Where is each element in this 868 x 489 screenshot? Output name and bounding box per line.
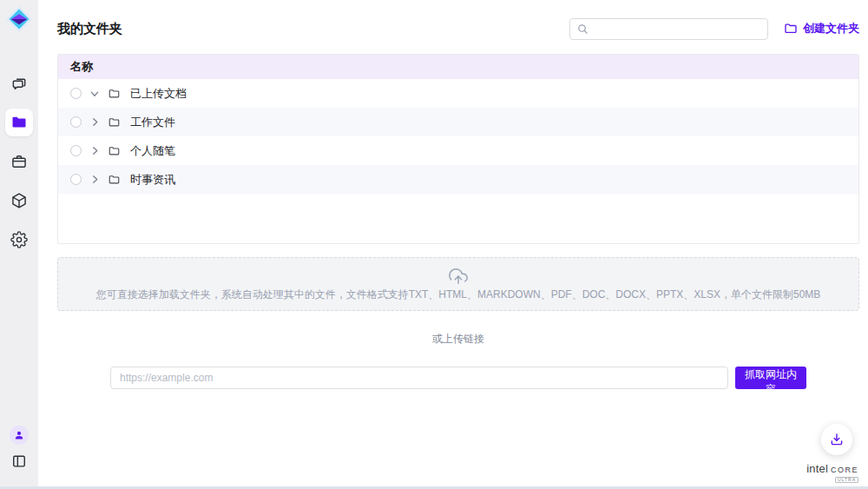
create-folder-label: 创建文件夹 xyxy=(803,21,859,36)
page-header: 我的文件夹 创建文件夹 xyxy=(57,17,859,40)
gear-icon xyxy=(10,231,28,248)
create-folder-button[interactable]: 创建文件夹 xyxy=(784,21,859,36)
sidebar-item-chat[interactable] xyxy=(5,69,33,97)
folder-name: 工作文件 xyxy=(130,115,175,130)
chat-icon xyxy=(10,75,28,92)
fetch-url-button[interactable]: 抓取网址内容 xyxy=(735,367,806,389)
column-name: 名称 xyxy=(70,59,93,75)
cube-icon xyxy=(10,192,28,209)
sidebar-nav xyxy=(5,69,33,254)
row-checkbox[interactable] xyxy=(70,88,82,99)
chevron-down-icon[interactable] xyxy=(90,89,100,99)
folder-icon xyxy=(108,145,121,157)
folder-icon xyxy=(108,88,121,100)
table-header: 名称 xyxy=(58,55,858,79)
search-input[interactable] xyxy=(594,22,760,36)
upload-dropzone[interactable]: 您可直接选择加载文件夹，系统自动处理其中的文件，文件格式支持TXT、HTML、M… xyxy=(57,257,859,311)
folder-icon xyxy=(108,116,121,129)
search-icon xyxy=(577,23,589,35)
row-checkbox[interactable] xyxy=(70,116,82,128)
user-avatar-icon xyxy=(13,429,25,441)
folder-icon xyxy=(10,114,28,131)
brand-badge: ultra xyxy=(835,477,858,484)
download-icon xyxy=(829,432,845,447)
upload-hint: 您可直接选择加载文件夹，系统自动处理其中的文件，文件格式支持TXT、HTML、M… xyxy=(96,287,821,302)
table-row[interactable]: 个人随笔 xyxy=(58,136,858,165)
link-upload-row: 抓取网址内容 xyxy=(57,367,859,389)
panel-toggle-icon xyxy=(10,453,28,470)
briefcase-icon xyxy=(10,153,28,170)
sidebar xyxy=(0,0,38,489)
app-logo-icon[interactable] xyxy=(5,5,33,33)
folder-table: 名称 已上传文档 工作文件 xyxy=(57,54,859,244)
search-box[interactable] xyxy=(569,18,768,40)
folder-plus-icon xyxy=(784,22,798,36)
url-input[interactable] xyxy=(110,367,728,389)
sidebar-item-settings[interactable] xyxy=(5,226,33,254)
row-checkbox[interactable] xyxy=(70,145,82,156)
folder-name: 时事资讯 xyxy=(130,172,175,188)
download-fab[interactable] xyxy=(821,424,852,455)
chevron-right-icon[interactable] xyxy=(89,117,100,127)
chevron-right-icon[interactable] xyxy=(89,146,100,155)
sidebar-item-workspace[interactable] xyxy=(5,148,33,175)
or-upload-link-label: 或上传链接 xyxy=(57,332,859,347)
chevron-right-icon[interactable] xyxy=(89,175,100,184)
cloud-upload-icon xyxy=(448,267,469,286)
page-title: 我的文件夹 xyxy=(57,21,122,37)
folder-name: 已上传文档 xyxy=(130,86,187,102)
table-row[interactable]: 已上传文档 xyxy=(58,79,858,108)
folder-icon xyxy=(108,174,121,186)
panel-toggle[interactable] xyxy=(10,453,28,470)
sidebar-bottom xyxy=(10,426,29,470)
intel-core-logo: intelcore ultra xyxy=(806,463,858,483)
sidebar-item-models[interactable] xyxy=(5,187,33,215)
main-content: 我的文件夹 创建文件夹 xyxy=(38,0,868,489)
user-avatar[interactable] xyxy=(10,426,29,445)
brand-core-text: core xyxy=(831,462,858,475)
folder-name: 个人随笔 xyxy=(130,143,175,159)
folder-list: 已上传文档 工作文件 个人随笔 xyxy=(58,79,858,194)
table-row[interactable]: 工作文件 xyxy=(58,108,858,136)
table-row[interactable]: 时事资讯 xyxy=(58,165,858,194)
brand-intel-text: intel xyxy=(806,462,828,475)
sidebar-item-folders[interactable] xyxy=(5,109,33,136)
row-checkbox[interactable] xyxy=(70,174,82,185)
